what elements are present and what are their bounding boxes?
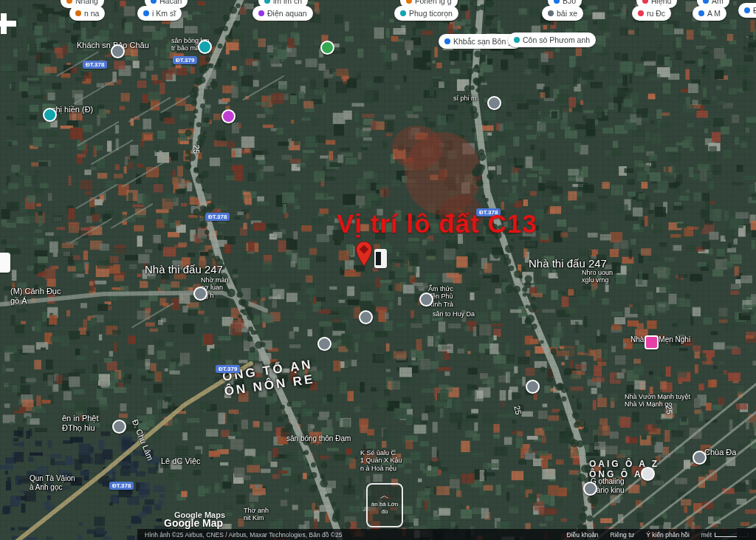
map-label-line: Nhro uoun (582, 269, 613, 276)
poi-marker-icon[interactable] (419, 293, 433, 307)
poi-category-icon (514, 37, 520, 43)
poi-pill-label: Nhang (75, 0, 98, 5)
poi-pill[interactable]: Côn sò Phưom anh (508, 33, 596, 47)
poi-marker-icon[interactable] (645, 335, 659, 349)
chevron-up-icon: ︿ (368, 491, 402, 501)
road-label: 25 (664, 405, 674, 414)
poi-pill[interactable]: Đa (738, 3, 756, 18)
poi-marker-icon[interactable] (487, 96, 501, 110)
map-label-line: Nhà thi đấu 247 (145, 263, 223, 276)
poi-marker-icon[interactable] (317, 337, 331, 351)
poi-category-icon (703, 0, 709, 4)
map-label: Nhà Trọ Mẹn Nghi (630, 335, 690, 344)
poi-marker-icon[interactable] (111, 44, 125, 58)
poi-marker-icon[interactable] (198, 40, 212, 54)
map-label: Nhà Vườn Mạnh tuyệtNhà Vi Mạnh gọ (625, 393, 690, 409)
route-badge: ĐT.379 (216, 365, 240, 373)
poi-category-icon (151, 0, 157, 4)
poi-category-icon (400, 10, 406, 16)
map-label-line: Nhà Vi Mạnh gọ (625, 400, 690, 408)
poi-marker-icon[interactable] (221, 109, 236, 123)
poi-pill[interactable]: A M (693, 6, 726, 21)
poi-pill[interactable]: Điện aquan (252, 6, 313, 21)
poi-category-icon (258, 10, 264, 16)
terms-link[interactable]: Điều khoản (567, 531, 599, 539)
poi-pill-label: Am (712, 0, 724, 5)
map-label: (M) Cánh Đụcgồ Á (10, 287, 61, 305)
location-pin-icon[interactable] (356, 242, 372, 267)
map-label-line: xglu vrng (582, 276, 613, 284)
poi-marker-icon[interactable] (112, 420, 126, 434)
poi-marker-icon[interactable] (641, 467, 655, 481)
map-label-line: ên in Phệt (62, 414, 99, 423)
cut-label-icon (0, 253, 10, 273)
poi-pill-label: Đa (753, 6, 756, 15)
map-label-line: à Anh gọc (30, 483, 75, 492)
poi-category-icon (554, 0, 560, 4)
poi-pill-label: Điện aquan (267, 9, 307, 18)
feedback-link[interactable]: Ý kiến phản hồi (646, 531, 690, 539)
map-label-line: Nhờ màn (201, 276, 228, 284)
map-label-line: sí phi m (453, 95, 477, 102)
poi-pill-label: lm im ch (273, 0, 302, 5)
privacy-link[interactable]: Riêng tư (611, 531, 635, 539)
poi-pill-label: n na (84, 9, 99, 18)
map-label-line: Nhà thi đấu 247 (529, 257, 607, 270)
poi-category-icon (143, 10, 149, 16)
poi-pill-label: Hiệnu (651, 0, 671, 5)
poi-pill[interactable]: ru Đc (632, 6, 671, 21)
map-label: K Sé ùalu C1 Quán X Kậun à Hoà nệu (360, 449, 402, 472)
route-badge: ĐT.378 (83, 61, 107, 69)
poi-marker-icon[interactable] (693, 451, 707, 465)
poi-marker-icon[interactable] (583, 482, 597, 496)
map-label-line: 1 Quán X Kậu (360, 457, 402, 464)
larger-map-control[interactable]: ︿ ản bả Lớn đồ (366, 483, 403, 527)
map-label-line: gồ Á (10, 296, 61, 306)
map-label: Nhro uounxglu vrng (582, 269, 613, 284)
map-label: Nhà thi đấu 247 (145, 263, 223, 276)
map-label-line: ĐThọ hiu (62, 423, 99, 433)
poi-marker-icon[interactable] (193, 287, 207, 301)
poi-category-icon (548, 10, 554, 16)
route-badge: ĐT.378 (109, 482, 134, 490)
poi-pill-label: Khbắc sạn Bôn ya (453, 37, 516, 46)
poi-pill[interactable]: n na (69, 6, 105, 21)
scale-label: mét (701, 531, 712, 539)
building-highlight-icon (374, 249, 387, 268)
poi-category-icon (75, 10, 81, 16)
route-badge: ĐT.378 (205, 213, 230, 221)
map-label: Lê dC Việc (161, 457, 201, 466)
poi-marker-icon[interactable] (526, 380, 540, 394)
map-label: sân to Huy Da (433, 310, 475, 318)
map-label: Nhà thi đấu 247 (529, 257, 607, 270)
map-label-line: chị hiền (Đ) (52, 105, 93, 115)
poi-pill[interactable]: i Km sĩ (137, 6, 182, 21)
poi-category-icon (638, 10, 644, 16)
map-label-line: Qun Tà Vậion (30, 474, 75, 483)
cut-plus-icon (0, 13, 16, 34)
poi-category-icon (444, 38, 450, 44)
map-label-line: Thơ anh (244, 507, 269, 514)
attribution-bar: Hình ảnh ©25 Airbus, CNES / Airbus, Maxa… (137, 529, 756, 540)
road-label: 25 (512, 405, 523, 415)
map-label-line: K Sé ùalu C (360, 449, 402, 457)
map-label: sí phi m (453, 95, 477, 102)
map-label-line: sân to Huy Da (433, 310, 475, 318)
map-label-line: Nhà Trọ Mẹn Nghi (630, 335, 690, 344)
poi-marker-icon[interactable] (43, 108, 57, 122)
poi-category-icon (264, 0, 270, 4)
map-label: Qun Tà Vậionà Anh gọc (30, 474, 75, 491)
poi-marker-icon[interactable] (359, 310, 373, 324)
poi-pill[interactable]: Phug ticorọn (394, 6, 458, 21)
map-label-line: n à Hoà nệu (360, 465, 402, 472)
poi-pill[interactable]: bải xe (542, 6, 583, 21)
map-label-line: Ẩm thức (428, 285, 453, 293)
google-watermark[interactable]: Google Map (164, 517, 223, 529)
keyboard-shortcuts-box[interactable] (737, 528, 756, 540)
larger-map-line1: ản bả (371, 501, 386, 507)
map-label-line: Nhà Vườn Mạnh tuyệt (625, 393, 690, 400)
poi-marker-icon[interactable] (320, 41, 334, 55)
map-label: ên in PhệtĐThọ hiu (62, 414, 99, 432)
poi-pill-label: BJo (563, 0, 576, 5)
poi-pill-label: bải xe (557, 9, 577, 18)
